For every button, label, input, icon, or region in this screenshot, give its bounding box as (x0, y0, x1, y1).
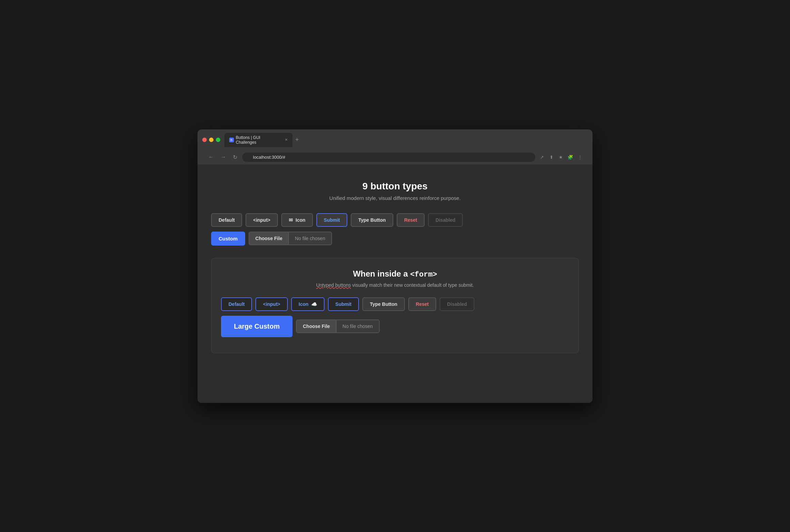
traffic-light-fullscreen[interactable] (216, 138, 220, 142)
back-button[interactable]: ← (206, 153, 216, 161)
envelope-icon: ✉ (289, 217, 293, 223)
section1-button-row2: Custom Choose File No file chosen (211, 232, 579, 246)
form-button-row1: Default <input> Icon ☁️ Submit Type Butt… (221, 297, 569, 311)
page-content: 9 button types Unified modern style, vis… (198, 165, 592, 403)
chrome-titlebar: B Buttons | GUI Challenges ✕ + (202, 133, 588, 147)
large-custom-button[interactable]: Large Custom (221, 316, 293, 337)
file-no-chosen-label: No file chosen (289, 232, 331, 245)
form-file-no-chosen-label: No file chosen (336, 320, 379, 332)
custom-button[interactable]: Custom (211, 232, 245, 246)
reset-button[interactable]: Reset (397, 213, 425, 227)
form-choose-file-button[interactable]: Choose File (297, 320, 336, 332)
tab-close-button[interactable]: ✕ (285, 138, 288, 142)
cloud-icon: ☁️ (311, 301, 317, 307)
icon-button[interactable]: ✉ Icon (281, 213, 313, 227)
form-section-subtitle: Untyped buttons visually match their new… (221, 282, 569, 288)
browser-window: B Buttons | GUI Challenges ✕ + ← → ↻ 🔒 ↗… (198, 129, 592, 403)
disabled-button: Disabled (428, 213, 463, 227)
reload-button[interactable]: ↻ (231, 153, 239, 162)
traffic-light-close[interactable] (202, 138, 207, 142)
form-section: When inside a <form> Untyped buttons vis… (211, 258, 579, 353)
form-section-title: When inside a <form> (221, 269, 569, 279)
form-input-button[interactable]: <input> (255, 297, 288, 311)
tab-favicon-icon: B (229, 138, 234, 142)
traffic-lights (202, 138, 220, 142)
input-button[interactable]: <input> (246, 213, 278, 227)
bookmark-icon[interactable]: ★ (557, 153, 565, 161)
submit-button[interactable]: Submit (316, 213, 347, 227)
form-reset-button[interactable]: Reset (408, 297, 436, 311)
forward-button[interactable]: → (219, 153, 228, 161)
chrome-toolbar: ← → ↻ 🔒 ↗ ⬆ ★ 🧩 ⋮ (202, 150, 588, 165)
form-disabled-button: Disabled (440, 297, 474, 311)
address-bar-wrap: 🔒 (242, 153, 535, 162)
traffic-light-minimize[interactable] (209, 138, 214, 142)
type-button-button[interactable]: Type Button (351, 213, 393, 227)
toolbar-icons: ↗ ⬆ ★ 🧩 ⋮ (538, 153, 584, 161)
form-default-button[interactable]: Default (221, 297, 252, 311)
tab-title: Buttons | GUI Challenges (236, 135, 281, 145)
chrome-bar: B Buttons | GUI Challenges ✕ + ← → ↻ 🔒 ↗… (198, 129, 592, 165)
extensions-icon[interactable]: 🧩 (567, 153, 574, 161)
browser-tab[interactable]: B Buttons | GUI Challenges ✕ (224, 133, 293, 147)
share-icon[interactable]: ⬆ (548, 153, 555, 161)
form-button-row2: Large Custom Choose File No file chosen (221, 316, 569, 337)
form-icon-button[interactable]: Icon ☁️ (291, 297, 325, 311)
form-type-button-button[interactable]: Type Button (362, 297, 405, 311)
more-icon[interactable]: ⋮ (576, 153, 584, 161)
external-link-icon[interactable]: ↗ (538, 153, 546, 161)
section1-button-row1: Default <input> ✉ Icon Submit Type Butto… (211, 213, 579, 227)
address-bar[interactable] (242, 153, 535, 162)
default-button[interactable]: Default (211, 213, 242, 227)
choose-file-button[interactable]: Choose File (249, 232, 289, 245)
file-input-wrapper: Choose File No file chosen (249, 232, 332, 245)
new-tab-button[interactable]: + (293, 135, 302, 145)
tab-bar: B Buttons | GUI Challenges ✕ + (224, 133, 588, 147)
page-subtitle: Unified modern style, visual differences… (211, 195, 579, 201)
form-file-input-wrapper: Choose File No file chosen (296, 319, 379, 333)
form-submit-button[interactable]: Submit (328, 297, 359, 311)
page-title: 9 button types (211, 181, 579, 192)
